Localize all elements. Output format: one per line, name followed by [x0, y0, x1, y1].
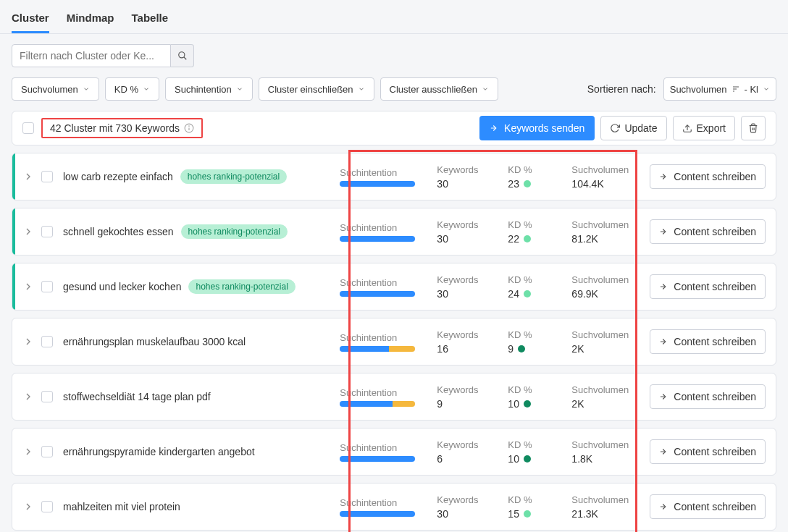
content-schreiben-button[interactable]: Content schreiben	[650, 164, 766, 189]
cluster-name: low carb rezepte einfach	[63, 171, 173, 182]
metric-kd-value: 22	[508, 233, 554, 245]
expand-chevron-icon[interactable]	[22, 391, 34, 402]
delete-button[interactable]	[741, 116, 766, 140]
metric-keywords-label: Keywords	[437, 274, 490, 285]
row-checkbox[interactable]	[41, 336, 53, 347]
metric-kd-value: 24	[508, 288, 554, 300]
filter-kd-label: KD %	[114, 84, 138, 95]
row-checkbox[interactable]	[41, 171, 53, 182]
content-btn-label: Content schreiben	[674, 171, 756, 182]
ranking-badge: hohes ranking-potenzial	[188, 279, 295, 294]
metric-intent: Suchintention	[340, 167, 419, 187]
kd-dot	[524, 510, 531, 518]
metric-kd: KD %15	[508, 494, 554, 520]
filter-kd[interactable]: KD %	[105, 77, 159, 101]
metric-keywords-value: 6	[437, 453, 490, 465]
content-btn-label: Content schreiben	[674, 226, 756, 237]
update-button[interactable]: Update	[600, 116, 666, 140]
metric-keywords-label: Keywords	[437, 439, 490, 450]
metric-volume-label: Suchvolumen	[571, 494, 638, 505]
content-schreiben-button[interactable]: Content schreiben	[650, 329, 766, 354]
intent-yellow-seg	[393, 401, 415, 407]
svg-point-7	[189, 126, 190, 127]
filter-suchvolumen[interactable]: Suchvolumen	[12, 77, 99, 101]
trash-icon	[748, 123, 758, 133]
tab-mindmap[interactable]: Mindmap	[67, 12, 114, 33]
content-schreiben-button[interactable]: Content schreiben	[650, 494, 766, 519]
metric-intent: Suchintention	[340, 332, 419, 352]
row-checkbox[interactable]	[41, 281, 53, 292]
metric-volume-value: 21.3K	[571, 508, 638, 520]
metric-keywords-value: 16	[437, 343, 490, 355]
metric-volume: Suchvolumen104.4K	[571, 164, 638, 190]
expand-chevron-icon[interactable]	[22, 281, 34, 292]
metric-intent-label: Suchintention	[340, 497, 419, 508]
tab-cluster[interactable]: Cluster	[12, 12, 49, 33]
metric-keywords-label: Keywords	[437, 329, 490, 340]
expand-chevron-icon[interactable]	[22, 501, 34, 512]
metric-keywords-label: Keywords	[437, 164, 490, 175]
kd-dot	[524, 180, 531, 187]
cluster-row: stoffwechseldiät 14 tage plan pdfSuchint…	[12, 373, 776, 421]
search-button[interactable]	[171, 44, 194, 67]
metric-keywords: Keywords30	[437, 164, 490, 190]
keywords-senden-label: Keywords senden	[504, 122, 584, 134]
metric-keywords-value: 30	[437, 508, 490, 520]
expand-chevron-icon[interactable]	[22, 446, 34, 457]
metric-volume-label: Suchvolumen	[571, 164, 638, 175]
send-icon	[659, 337, 669, 347]
row-checkbox[interactable]	[41, 391, 53, 402]
metric-intent: Suchintention	[340, 222, 419, 242]
metric-intent-label: Suchintention	[340, 387, 419, 398]
expand-chevron-icon[interactable]	[22, 171, 34, 182]
metric-kd-label: KD %	[508, 494, 554, 505]
send-icon	[659, 392, 669, 402]
row-checkbox[interactable]	[41, 501, 53, 512]
metric-keywords: Keywords30	[437, 494, 490, 520]
content-schreiben-button[interactable]: Content schreiben	[650, 384, 766, 409]
metric-keywords-label: Keywords	[437, 494, 490, 505]
cluster-name: ernährungspyramide kindergarten angebot	[63, 446, 255, 457]
filter-cluster-einschliessen[interactable]: Cluster einschließen	[259, 77, 374, 101]
filter-cluster-ausschliessen[interactable]: Cluster ausschließen	[380, 77, 498, 101]
metric-kd-label: KD %	[508, 274, 554, 285]
tab-tabelle[interactable]: Tabelle	[132, 12, 169, 33]
content-schreiben-button[interactable]: Content schreiben	[650, 274, 766, 299]
metric-keywords: Keywords30	[437, 274, 490, 300]
content-btn-label: Content schreiben	[674, 336, 756, 347]
export-label: Export	[697, 122, 726, 134]
metric-kd: KD %10	[508, 439, 554, 465]
metric-keywords: Keywords30	[437, 219, 490, 245]
chevron-down-icon	[143, 85, 150, 93]
row-checkbox[interactable]	[41, 226, 53, 237]
filter-suchintention[interactable]: Suchintention	[165, 77, 253, 101]
export-button[interactable]: Export	[673, 116, 735, 140]
select-all-checkbox[interactable]	[22, 122, 34, 134]
cluster-name: mahlzeiten mit viel protein	[63, 501, 180, 512]
content-schreiben-button[interactable]: Content schreiben	[650, 439, 766, 464]
cluster-row: ernährungspyramide kindergarten angebotS…	[12, 428, 776, 476]
expand-chevron-icon[interactable]	[22, 226, 34, 237]
metric-volume-value: 69.9K	[571, 288, 638, 300]
content-schreiben-button[interactable]: Content schreiben	[650, 219, 766, 244]
metric-kd-value: 15	[508, 508, 554, 520]
expand-chevron-icon[interactable]	[22, 336, 34, 347]
sort-select[interactable]: Suchvolumen - Kl	[663, 77, 776, 101]
cluster-metrics: SuchintentionKeywords9KD %10 Suchvolumen…	[340, 384, 638, 410]
sort-suffix: - Kl	[745, 84, 759, 95]
metric-keywords-value: 30	[437, 288, 490, 300]
send-icon	[659, 502, 669, 512]
metric-intent: Suchintention	[340, 387, 419, 407]
keywords-senden-button[interactable]: Keywords senden	[479, 116, 595, 140]
intent-bar	[340, 456, 415, 462]
filter-suchintention-label: Suchintention	[175, 84, 232, 95]
chevron-down-icon	[358, 85, 365, 93]
metric-kd: KD %10	[508, 384, 554, 410]
intent-blue-seg	[340, 401, 393, 407]
cluster-name: gesund und lecker kochen	[63, 281, 181, 292]
row-checkbox[interactable]	[41, 446, 53, 457]
accent-bar	[12, 208, 15, 255]
cluster-metrics: SuchintentionKeywords6KD %10 Suchvolumen…	[340, 439, 638, 465]
filter-input[interactable]	[12, 44, 171, 67]
filter-einschliessen-label: Cluster einschließen	[268, 84, 353, 95]
